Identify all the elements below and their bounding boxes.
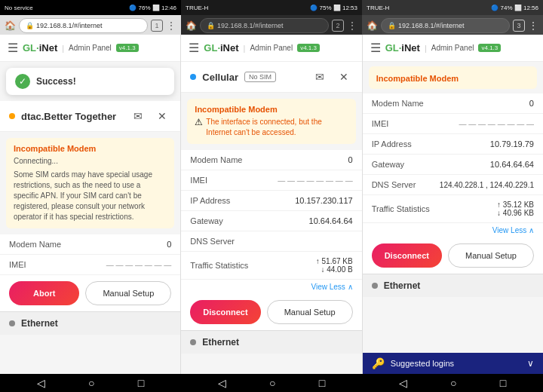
ethernet-title-2: Ethernet bbox=[202, 337, 239, 348]
hamburger-icon-3[interactable]: ☰ bbox=[370, 41, 381, 55]
cellular-section-header-2: Cellular No SIM ✉ ✕ bbox=[181, 62, 361, 93]
recents-nav-1[interactable]: □ bbox=[138, 377, 144, 389]
hamburger-icon-1[interactable]: ☰ bbox=[8, 41, 18, 55]
warning-content-2: ⚠ The interface is connected, but the In… bbox=[195, 117, 348, 138]
imei-label-3: IMEI bbox=[372, 119, 389, 128]
signal-left-3: TRUE-H bbox=[367, 5, 389, 11]
chevron-down-icon: ∨ bbox=[527, 358, 534, 369]
separator-2: | bbox=[244, 44, 246, 53]
logo-3: GL·iNet bbox=[385, 42, 420, 54]
panel-2: ☰ GL·iNet | Admin Panel v4.1.3 Cellular … bbox=[181, 35, 362, 374]
email-icon-2[interactable]: ✉ bbox=[311, 68, 329, 86]
browser-bar-3: 🏠 🔒 192.168.8.1/#/internet 3 ⋮ bbox=[362, 15, 543, 36]
hamburger-icon-2[interactable]: ☰ bbox=[189, 41, 199, 55]
panel-1: ☰ GL·iNet | Admin Panel v4.1.3 ✓ Success… bbox=[0, 35, 181, 374]
modem-name-label-3: Modem Name bbox=[372, 99, 424, 108]
back-icon-3[interactable]: 🏠 bbox=[367, 20, 378, 31]
bottom-bar-2: ◁ ○ □ bbox=[181, 374, 362, 392]
button-row-2: Disconnect Manual Setup bbox=[181, 294, 361, 330]
warning-detail: Some SIM cards may have special usage re… bbox=[14, 170, 167, 222]
menu-dots-1[interactable]: ⋮ bbox=[166, 20, 176, 31]
ip-value-3: 10.79.19.79 bbox=[490, 139, 534, 149]
url-bar-1[interactable]: 🔒 192.168.8.1/#/internet bbox=[19, 18, 148, 33]
cellular-section-header-1: dtac.Better Together ✉ ✕ bbox=[0, 101, 180, 132]
status-bars: No service 🔵 76% ⬜ 12:46 TRUE-H 🔵 75% ⬜ … bbox=[0, 0, 543, 15]
manual-setup-button-1[interactable]: Manual Setup bbox=[85, 281, 171, 305]
home-nav-2[interactable]: ○ bbox=[269, 377, 275, 389]
panel-3: ☰ GL·iNet | Admin Panel v4.1.3 Incompati… bbox=[363, 35, 543, 374]
back-icon-1[interactable]: 🏠 bbox=[5, 20, 16, 31]
manual-setup-button-2[interactable]: Manual Setup bbox=[267, 300, 353, 324]
gateway-row-2: Gateway 10.64.64.64 bbox=[181, 211, 361, 231]
manual-setup-button-3[interactable]: Manual Setup bbox=[448, 243, 534, 268]
back-icon-2[interactable]: 🏠 bbox=[186, 20, 197, 31]
modem-name-row-3: Modem Name 0 bbox=[363, 93, 543, 114]
success-text: Success! bbox=[36, 76, 76, 87]
traffic-values-3: ↑ 35.12 KB ↓ 40.96 KB bbox=[497, 201, 534, 217]
version-badge-1: v4.1.3 bbox=[116, 44, 139, 52]
ip-label-2: IP Address bbox=[190, 196, 230, 205]
warning-icon-2: ⚠ bbox=[195, 117, 203, 127]
disconnect-button-2[interactable]: Disconnect bbox=[190, 300, 260, 324]
imei-label-1: IMEI bbox=[9, 260, 26, 269]
app-header-1: ☰ GL·iNet | Admin Panel v4.1.3 bbox=[0, 35, 180, 62]
status-bar-2: TRUE-H 🔵 75% ⬜ 12:53 bbox=[181, 0, 362, 15]
suggested-logins-text: Suggested logins bbox=[391, 359, 521, 368]
tab-num-2[interactable]: 2 bbox=[332, 20, 344, 32]
sim-badge: No SIM bbox=[244, 72, 276, 82]
panels-container: ☰ GL·iNet | Admin Panel v4.1.3 ✓ Success… bbox=[0, 35, 543, 374]
success-toast: ✓ Success! bbox=[6, 68, 174, 95]
traffic-label-3: Traffic Statistics bbox=[372, 204, 430, 213]
traffic-down-3: ↓ 40.96 KB bbox=[497, 209, 534, 217]
disconnect-button-3[interactable]: Disconnect bbox=[372, 243, 442, 268]
separator-1: | bbox=[62, 44, 64, 53]
view-less-3[interactable]: View Less ∧ bbox=[363, 223, 543, 237]
dns-label-2: DNS Server bbox=[190, 237, 235, 246]
recents-nav-2[interactable]: □ bbox=[319, 377, 325, 389]
imei-value-1: — — — — — — — bbox=[106, 261, 172, 269]
ethernet-section-1: Ethernet bbox=[0, 311, 180, 335]
back-nav-1[interactable]: ◁ bbox=[37, 377, 45, 389]
info-section-1: Modem Name 0 IMEI — — — — — — — bbox=[0, 234, 180, 275]
ethernet-section-2: Ethernet bbox=[181, 330, 361, 354]
logo-green-1: GL· bbox=[23, 42, 39, 54]
back-nav-2[interactable]: ◁ bbox=[218, 377, 226, 389]
settings-icon-2[interactable]: ✕ bbox=[335, 68, 353, 86]
url-bar-2[interactable]: 🔒 192.168.8.1/#/internet bbox=[200, 18, 329, 33]
home-nav-3[interactable]: ○ bbox=[450, 377, 456, 389]
warning-title-1: Incompatible Modem bbox=[14, 144, 167, 153]
bottom-navigation: ◁ ○ □ ◁ ○ □ ◁ ○ □ bbox=[0, 374, 543, 392]
button-row-1: Abort Manual Setup bbox=[0, 275, 180, 311]
traffic-down-2: ↓ 44.00 B bbox=[321, 265, 352, 274]
menu-dots-2[interactable]: ⋮ bbox=[347, 20, 357, 31]
gateway-value-3: 10.64.64.64 bbox=[490, 160, 534, 169]
url-bar-3[interactable]: 🔒 192.168.8.1/#/internet bbox=[381, 18, 510, 33]
imei-row-3: IMEI — — — — — — — — bbox=[363, 114, 543, 134]
url-text-2: 192.168.8.1/#/internet bbox=[217, 22, 284, 29]
view-less-2[interactable]: View Less ∧ bbox=[181, 280, 361, 294]
version-badge-2: v4.1.3 bbox=[297, 44, 320, 52]
button-row-3: Disconnect Manual Setup bbox=[363, 237, 543, 274]
back-nav-3[interactable]: ◁ bbox=[399, 377, 407, 389]
suggested-logins-bar[interactable]: 🔑 Suggested logins ∨ bbox=[363, 353, 543, 374]
ethernet-title-1: Ethernet bbox=[21, 318, 58, 329]
warning-title-2: Incompatible Modem bbox=[195, 105, 348, 114]
recents-nav-3[interactable]: □ bbox=[500, 377, 506, 389]
warning-box-1: Incompatible Modem Connecting... Some SI… bbox=[6, 138, 174, 228]
gateway-label-2: Gateway bbox=[190, 216, 222, 225]
home-nav-1[interactable]: ○ bbox=[88, 377, 94, 389]
signal-left-1: No service bbox=[5, 5, 33, 11]
abort-button[interactable]: Abort bbox=[9, 281, 79, 305]
tab-num-1[interactable]: 1 bbox=[151, 20, 163, 32]
dns-row-3: DNS Server 124.40.228.1 , 124.40.229.1 bbox=[363, 175, 543, 195]
email-icon-1[interactable]: ✉ bbox=[129, 107, 147, 125]
signal-right-3: 🔵 74% ⬜ 12:56 bbox=[491, 5, 538, 11]
status-dot-1 bbox=[9, 113, 15, 119]
ip-label-3: IP Address bbox=[372, 139, 412, 149]
bottom-bar-1: ◁ ○ □ bbox=[0, 374, 181, 392]
imei-label-2: IMEI bbox=[190, 176, 207, 185]
settings-icon-1[interactable]: ✕ bbox=[153, 107, 171, 125]
tab-num-3[interactable]: 3 bbox=[513, 20, 525, 32]
menu-dots-3[interactable]: ⋮ bbox=[528, 20, 538, 31]
modem-name-row-2: Modem Name 0 bbox=[181, 150, 361, 170]
